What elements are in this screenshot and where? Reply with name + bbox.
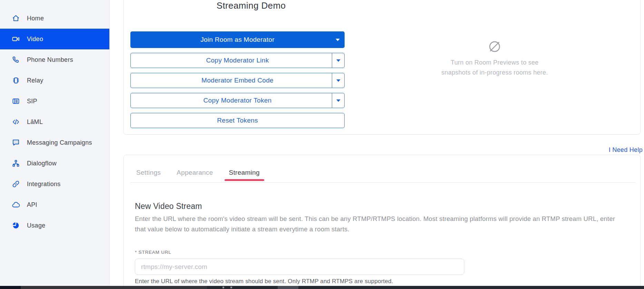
tab-label: Streaming (229, 169, 260, 176)
video-camera-icon (11, 35, 20, 44)
taskbar-icon (230, 287, 232, 288)
reset-tokens-button[interactable]: Reset Tokens (130, 113, 345, 128)
code-icon (11, 117, 20, 126)
sidebar-item-label: Home (27, 15, 44, 22)
sidebar-item-label: LāML (27, 118, 43, 126)
tab-streaming[interactable]: Streaming (229, 169, 260, 179)
sidebar-item-home[interactable]: Home (0, 8, 109, 29)
room-card: Streaming Demo Join Room as Moderator Co… (123, 0, 641, 135)
moderator-embed-code-button[interactable]: Moderator Embed Code (130, 73, 345, 88)
sidebar-item-label: Messaging Campaigns (27, 139, 92, 146)
stream-url-input[interactable] (135, 259, 464, 275)
sidebar-item-label: Phone Numbers (27, 56, 73, 64)
stream-url-label: * STREAM URL (135, 250, 171, 255)
circle-slash-icon (408, 40, 581, 55)
tab-label: Appearance (177, 169, 213, 176)
chevron-down-icon (336, 99, 340, 102)
active-tab-underline (225, 179, 264, 181)
taskbar-icon (222, 287, 224, 288)
room-title: Streaming Demo (130, 0, 372, 11)
sidebar-item-api[interactable]: API (0, 194, 109, 215)
sidebar-item-relay[interactable]: Relay (0, 70, 109, 91)
chat-bubble-icon (11, 138, 20, 147)
taskbar-segment (0, 286, 21, 289)
sidebar-item-sip[interactable]: SIP (0, 91, 109, 112)
dropdown-caret-toggle[interactable] (332, 53, 344, 68)
sidebar-item-video[interactable]: Video (0, 29, 109, 49)
os-taskbar[interactable] (0, 286, 644, 289)
tab-appearance[interactable]: Appearance (177, 169, 213, 179)
sidebar-item-dialogflow[interactable]: Dialogflow (0, 153, 109, 174)
button-label: Copy Moderator Token (204, 97, 272, 104)
phone-icon (11, 55, 20, 64)
stream-url-helper-text: Enter the URL of where the video stream … (135, 278, 393, 285)
button-label: Copy Moderator Link (206, 57, 269, 64)
dropdown-caret-icon (336, 31, 340, 48)
section-heading: New Video Stream (135, 202, 202, 211)
button-label: Reset Tokens (217, 117, 258, 124)
room-preview-empty-state: Turn on Room Previews to see snapshots o… (408, 40, 581, 78)
sidebar-item-label: API (27, 201, 37, 209)
settings-card: Settings Appearance Streaming New Video … (123, 155, 641, 289)
tab-settings[interactable]: Settings (136, 169, 161, 179)
fax-icon (11, 97, 20, 106)
link-icon (11, 180, 20, 189)
sidebar: Home Video Phone Numbers Relay SIP LāML (0, 0, 110, 286)
sitemap-icon (11, 159, 20, 168)
pie-chart-icon (11, 221, 20, 230)
sidebar-item-label: Relay (27, 77, 43, 84)
chip-icon (11, 76, 20, 85)
copy-moderator-link-button[interactable]: Copy Moderator Link (130, 53, 345, 68)
sidebar-item-phone-numbers[interactable]: Phone Numbers (0, 49, 109, 70)
sidebar-item-integrations[interactable]: Integrations (0, 174, 109, 194)
dropdown-caret-toggle[interactable] (332, 93, 344, 108)
sidebar-item-messaging-campaigns[interactable]: Messaging Campaigns (0, 132, 109, 153)
i-need-help-link[interactable]: I Need Help (609, 146, 643, 154)
tab-label: Settings (136, 169, 161, 176)
empty-state-text-line2: snapshots of in-progress rooms here. (408, 68, 581, 78)
section-description: Enter the URL where the room's video str… (135, 214, 622, 234)
sidebar-item-label: Dialogflow (27, 160, 57, 167)
settings-tabs: Settings Appearance Streaming (136, 169, 260, 179)
taskbar-active-window-segment (278, 286, 298, 289)
sidebar-item-label: SIP (27, 98, 37, 105)
dropdown-caret-toggle[interactable] (332, 73, 344, 88)
sidebar-item-laml[interactable]: LāML (0, 112, 109, 132)
copy-moderator-token-button[interactable]: Copy Moderator Token (130, 93, 345, 108)
home-icon (11, 14, 20, 23)
room-actions: Join Room as Moderator Copy Moderator Li… (130, 31, 345, 133)
sidebar-item-usage[interactable]: Usage (0, 215, 109, 236)
taskbar-segment (21, 286, 207, 289)
sidebar-item-label: Video (27, 36, 43, 43)
chevron-down-icon (336, 59, 340, 62)
empty-state-text-line1: Turn on Room Previews to see (408, 58, 581, 68)
button-label: Moderator Embed Code (201, 77, 274, 84)
chevron-down-icon (336, 79, 340, 82)
button-label: Join Room as Moderator (200, 36, 275, 44)
sidebar-item-label: Integrations (27, 181, 61, 188)
join-room-as-moderator-button[interactable]: Join Room as Moderator (130, 31, 345, 48)
cloud-icon (11, 200, 20, 209)
tabs-divider (130, 182, 635, 183)
sidebar-item-label: Usage (27, 222, 46, 229)
